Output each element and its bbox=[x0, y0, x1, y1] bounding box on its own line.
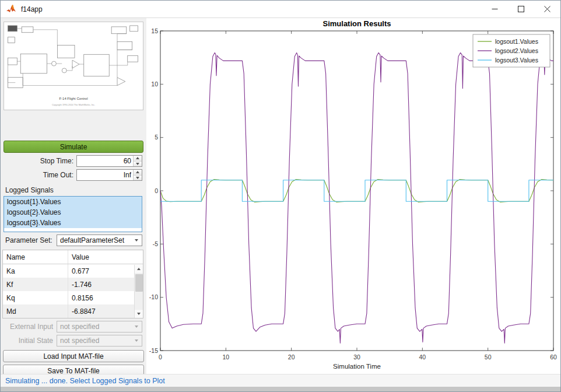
spinner-down-icon[interactable] bbox=[134, 175, 142, 181]
svg-text:20: 20 bbox=[288, 354, 295, 360]
list-item[interactable]: logsout{1}.Values bbox=[4, 197, 142, 207]
parameter-set-label: Parameter Set: bbox=[1, 236, 57, 244]
svg-text:5: 5 bbox=[155, 134, 158, 141]
window-title: f14app bbox=[21, 5, 482, 13]
parameter-set-dropdown[interactable]: defaultParameterSet bbox=[57, 235, 142, 246]
save-mat-button[interactable]: Save To MAT-file bbox=[3, 365, 144, 374]
initial-state-label: Initial State bbox=[1, 337, 57, 345]
external-input-label: External Input bbox=[1, 323, 57, 331]
svg-text:0: 0 bbox=[159, 354, 162, 360]
title-bar[interactable]: f14app bbox=[1, 1, 560, 18]
param-value[interactable]: 0.677 bbox=[68, 267, 143, 275]
stop-time-input[interactable] bbox=[77, 156, 133, 166]
initial-state-value: not specified bbox=[60, 337, 99, 345]
matlab-logo-icon bbox=[6, 4, 16, 15]
table-row: Md -6.8847 bbox=[3, 304, 143, 318]
svg-text:0: 0 bbox=[155, 187, 158, 194]
status-bar: Simulating ... done. Select Logged Signa… bbox=[1, 374, 560, 387]
maximize-button[interactable] bbox=[508, 1, 534, 18]
svg-text:10: 10 bbox=[151, 80, 158, 88]
control-panel: F-14 Flight Control Copyright 1990-2014 … bbox=[1, 18, 146, 374]
spinner-up-icon[interactable] bbox=[134, 156, 142, 161]
param-name: Ka bbox=[3, 264, 68, 278]
svg-text:30: 30 bbox=[353, 354, 360, 360]
time-out-spinner bbox=[133, 170, 142, 180]
time-out-label: Time Out: bbox=[1, 171, 76, 179]
time-out-field bbox=[76, 169, 142, 181]
svg-text:-15: -15 bbox=[149, 347, 158, 354]
close-icon bbox=[544, 6, 551, 12]
param-value[interactable]: 0.8156 bbox=[68, 294, 143, 302]
svg-text:15: 15 bbox=[151, 27, 158, 34]
table-header-value: Value bbox=[68, 253, 143, 261]
logged-signals-listbox[interactable]: logsout{1}.Values logsout{2}.Values logs… bbox=[3, 196, 142, 232]
param-name: Kq bbox=[3, 291, 68, 304]
chart-panel: 0102030405060-15-10-5051015Simulation Re… bbox=[146, 18, 560, 374]
svg-text:logsout1.Values: logsout1.Values bbox=[495, 38, 538, 45]
maximize-icon bbox=[518, 6, 524, 12]
stop-time-label: Stop Time: bbox=[1, 157, 76, 165]
spinner-down-icon[interactable] bbox=[134, 161, 142, 167]
parameter-table: Name Value Ka 0.677 Kf -1.746 Kq 0.8156 … bbox=[2, 250, 143, 318]
svg-text:40: 40 bbox=[419, 354, 426, 360]
scrollbar-up-icon[interactable] bbox=[135, 265, 143, 273]
svg-text:-5: -5 bbox=[153, 240, 158, 247]
model-caption: F-14 Flight Control bbox=[59, 97, 88, 100]
svg-text:50: 50 bbox=[485, 354, 492, 360]
param-name: Kf bbox=[3, 278, 68, 291]
load-input-button[interactable]: Load Input MAT-file bbox=[3, 350, 144, 362]
list-item[interactable]: logsout{2}.Values bbox=[4, 207, 142, 218]
svg-text:logsout2.Values: logsout2.Values bbox=[495, 47, 538, 54]
time-out-input[interactable] bbox=[77, 170, 133, 180]
table-scrollbar[interactable] bbox=[134, 265, 143, 318]
table-row: Ka 0.677 bbox=[3, 264, 143, 278]
table-header-row: Name Value bbox=[3, 250, 143, 264]
simulate-button[interactable]: Simulate bbox=[3, 141, 143, 153]
simulation-chart: 0102030405060-15-10-5051015Simulation Re… bbox=[146, 18, 560, 374]
scrollbar-down-icon[interactable] bbox=[135, 310, 143, 318]
status-text: Simulating ... done. Select Logged Signa… bbox=[1, 377, 165, 385]
initial-state-dropdown: not specified bbox=[57, 335, 142, 346]
logged-signals-label: Logged Signals bbox=[5, 186, 146, 194]
external-input-dropdown: not specified bbox=[57, 321, 142, 332]
svg-text:10: 10 bbox=[222, 354, 229, 360]
param-name: Md bbox=[3, 304, 68, 318]
svg-text:Simulation Time: Simulation Time bbox=[333, 363, 381, 370]
svg-text:60: 60 bbox=[550, 354, 557, 360]
table-row: Kf -1.746 bbox=[3, 278, 143, 291]
scrollbar-thumb[interactable] bbox=[135, 274, 143, 292]
app-window: f14app bbox=[0, 0, 561, 392]
minimize-button[interactable] bbox=[482, 1, 508, 18]
stop-time-spinner bbox=[133, 156, 142, 166]
window-resize-strip bbox=[1, 387, 560, 391]
external-input-value: not specified bbox=[60, 323, 99, 331]
minimize-icon bbox=[492, 6, 498, 12]
svg-text:Simulation Results: Simulation Results bbox=[322, 19, 391, 28]
table-row: Kq 0.8156 bbox=[3, 291, 143, 304]
param-value[interactable]: -6.8847 bbox=[68, 307, 143, 316]
spinner-up-icon[interactable] bbox=[134, 170, 142, 175]
chevron-down-icon bbox=[135, 239, 138, 242]
stop-time-field bbox=[76, 155, 142, 167]
model-diagram-thumbnail: F-14 Flight Control Copyright 1990-2014 … bbox=[3, 22, 143, 110]
chevron-down-icon bbox=[135, 340, 138, 342]
svg-text:-10: -10 bbox=[149, 293, 158, 300]
param-value[interactable]: -1.746 bbox=[68, 281, 143, 289]
svg-text:logsout3.Values: logsout3.Values bbox=[495, 57, 538, 64]
table-header-name: Name bbox=[3, 250, 68, 264]
chevron-down-icon bbox=[135, 326, 138, 328]
list-item[interactable]: logsout{3}.Values bbox=[4, 218, 142, 228]
close-button[interactable] bbox=[534, 1, 560, 18]
parameter-set-value: defaultParameterSet bbox=[60, 236, 124, 244]
model-copyright: Copyright 1990-2014 The MathWorks, Inc. bbox=[52, 103, 95, 106]
